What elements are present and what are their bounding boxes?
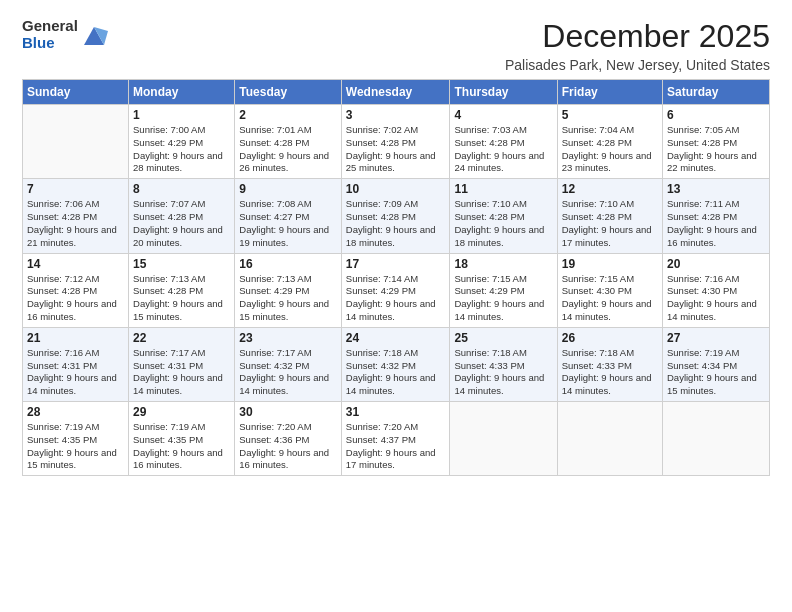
table-row: 20 Sunrise: 7:16 AMSunset: 4:30 PMDaylig… <box>663 253 770 327</box>
table-row: 18 Sunrise: 7:15 AMSunset: 4:29 PMDaylig… <box>450 253 557 327</box>
table-row: 25 Sunrise: 7:18 AMSunset: 4:33 PMDaylig… <box>450 327 557 401</box>
calendar-week-row: 14 Sunrise: 7:12 AMSunset: 4:28 PMDaylig… <box>23 253 770 327</box>
table-row <box>23 105 129 179</box>
day-number: 21 <box>27 331 124 345</box>
day-info: Sunrise: 7:10 AMSunset: 4:28 PMDaylight:… <box>562 198 658 249</box>
logo: General Blue <box>22 18 108 51</box>
day-info: Sunrise: 7:17 AMSunset: 4:31 PMDaylight:… <box>133 347 230 398</box>
day-number: 19 <box>562 257 658 271</box>
logo-general: General <box>22 18 78 35</box>
day-info: Sunrise: 7:17 AMSunset: 4:32 PMDaylight:… <box>239 347 337 398</box>
day-number: 16 <box>239 257 337 271</box>
day-info: Sunrise: 7:19 AMSunset: 4:35 PMDaylight:… <box>27 421 124 472</box>
header: General Blue December 2025 Palisades Par… <box>22 18 770 73</box>
col-thursday: Thursday <box>450 80 557 105</box>
page: General Blue December 2025 Palisades Par… <box>0 0 792 612</box>
day-number: 18 <box>454 257 552 271</box>
day-number: 20 <box>667 257 765 271</box>
day-info: Sunrise: 7:19 AMSunset: 4:34 PMDaylight:… <box>667 347 765 398</box>
day-number: 9 <box>239 182 337 196</box>
day-info: Sunrise: 7:20 AMSunset: 4:36 PMDaylight:… <box>239 421 337 472</box>
day-number: 29 <box>133 405 230 419</box>
day-number: 25 <box>454 331 552 345</box>
table-row: 19 Sunrise: 7:15 AMSunset: 4:30 PMDaylig… <box>557 253 662 327</box>
table-row <box>663 402 770 476</box>
col-saturday: Saturday <box>663 80 770 105</box>
day-number: 22 <box>133 331 230 345</box>
day-info: Sunrise: 7:05 AMSunset: 4:28 PMDaylight:… <box>667 124 765 175</box>
day-info: Sunrise: 7:10 AMSunset: 4:28 PMDaylight:… <box>454 198 552 249</box>
table-row: 15 Sunrise: 7:13 AMSunset: 4:28 PMDaylig… <box>129 253 235 327</box>
day-info: Sunrise: 7:04 AMSunset: 4:28 PMDaylight:… <box>562 124 658 175</box>
logo-blue: Blue <box>22 35 78 52</box>
table-row: 2 Sunrise: 7:01 AMSunset: 4:28 PMDayligh… <box>235 105 342 179</box>
table-row: 26 Sunrise: 7:18 AMSunset: 4:33 PMDaylig… <box>557 327 662 401</box>
table-row: 5 Sunrise: 7:04 AMSunset: 4:28 PMDayligh… <box>557 105 662 179</box>
day-info: Sunrise: 7:20 AMSunset: 4:37 PMDaylight:… <box>346 421 446 472</box>
day-number: 24 <box>346 331 446 345</box>
month-title: December 2025 <box>505 18 770 55</box>
day-info: Sunrise: 7:16 AMSunset: 4:30 PMDaylight:… <box>667 273 765 324</box>
table-row <box>557 402 662 476</box>
day-info: Sunrise: 7:18 AMSunset: 4:33 PMDaylight:… <box>562 347 658 398</box>
table-row: 22 Sunrise: 7:17 AMSunset: 4:31 PMDaylig… <box>129 327 235 401</box>
day-number: 5 <box>562 108 658 122</box>
table-row: 31 Sunrise: 7:20 AMSunset: 4:37 PMDaylig… <box>341 402 450 476</box>
logo-text: General Blue <box>22 18 78 51</box>
col-wednesday: Wednesday <box>341 80 450 105</box>
day-number: 26 <box>562 331 658 345</box>
day-info: Sunrise: 7:15 AMSunset: 4:30 PMDaylight:… <box>562 273 658 324</box>
table-row: 10 Sunrise: 7:09 AMSunset: 4:28 PMDaylig… <box>341 179 450 253</box>
logo-icon <box>80 21 108 49</box>
day-info: Sunrise: 7:13 AMSunset: 4:29 PMDaylight:… <box>239 273 337 324</box>
day-number: 17 <box>346 257 446 271</box>
calendar: Sunday Monday Tuesday Wednesday Thursday… <box>22 79 770 476</box>
table-row: 12 Sunrise: 7:10 AMSunset: 4:28 PMDaylig… <box>557 179 662 253</box>
day-number: 1 <box>133 108 230 122</box>
day-number: 7 <box>27 182 124 196</box>
table-row: 23 Sunrise: 7:17 AMSunset: 4:32 PMDaylig… <box>235 327 342 401</box>
table-row: 17 Sunrise: 7:14 AMSunset: 4:29 PMDaylig… <box>341 253 450 327</box>
day-number: 15 <box>133 257 230 271</box>
day-info: Sunrise: 7:08 AMSunset: 4:27 PMDaylight:… <box>239 198 337 249</box>
day-number: 14 <box>27 257 124 271</box>
table-row: 4 Sunrise: 7:03 AMSunset: 4:28 PMDayligh… <box>450 105 557 179</box>
table-row: 1 Sunrise: 7:00 AMSunset: 4:29 PMDayligh… <box>129 105 235 179</box>
table-row: 29 Sunrise: 7:19 AMSunset: 4:35 PMDaylig… <box>129 402 235 476</box>
table-row: 27 Sunrise: 7:19 AMSunset: 4:34 PMDaylig… <box>663 327 770 401</box>
table-row: 9 Sunrise: 7:08 AMSunset: 4:27 PMDayligh… <box>235 179 342 253</box>
day-info: Sunrise: 7:18 AMSunset: 4:32 PMDaylight:… <box>346 347 446 398</box>
table-row: 21 Sunrise: 7:16 AMSunset: 4:31 PMDaylig… <box>23 327 129 401</box>
calendar-week-row: 7 Sunrise: 7:06 AMSunset: 4:28 PMDayligh… <box>23 179 770 253</box>
day-number: 27 <box>667 331 765 345</box>
day-info: Sunrise: 7:00 AMSunset: 4:29 PMDaylight:… <box>133 124 230 175</box>
day-number: 31 <box>346 405 446 419</box>
day-info: Sunrise: 7:03 AMSunset: 4:28 PMDaylight:… <box>454 124 552 175</box>
table-row: 13 Sunrise: 7:11 AMSunset: 4:28 PMDaylig… <box>663 179 770 253</box>
table-row: 28 Sunrise: 7:19 AMSunset: 4:35 PMDaylig… <box>23 402 129 476</box>
day-info: Sunrise: 7:18 AMSunset: 4:33 PMDaylight:… <box>454 347 552 398</box>
table-row: 11 Sunrise: 7:10 AMSunset: 4:28 PMDaylig… <box>450 179 557 253</box>
table-row: 7 Sunrise: 7:06 AMSunset: 4:28 PMDayligh… <box>23 179 129 253</box>
day-info: Sunrise: 7:07 AMSunset: 4:28 PMDaylight:… <box>133 198 230 249</box>
col-monday: Monday <box>129 80 235 105</box>
calendar-week-row: 1 Sunrise: 7:00 AMSunset: 4:29 PMDayligh… <box>23 105 770 179</box>
day-number: 12 <box>562 182 658 196</box>
table-row: 8 Sunrise: 7:07 AMSunset: 4:28 PMDayligh… <box>129 179 235 253</box>
calendar-week-row: 28 Sunrise: 7:19 AMSunset: 4:35 PMDaylig… <box>23 402 770 476</box>
table-row: 3 Sunrise: 7:02 AMSunset: 4:28 PMDayligh… <box>341 105 450 179</box>
day-info: Sunrise: 7:16 AMSunset: 4:31 PMDaylight:… <box>27 347 124 398</box>
day-info: Sunrise: 7:19 AMSunset: 4:35 PMDaylight:… <box>133 421 230 472</box>
table-row: 14 Sunrise: 7:12 AMSunset: 4:28 PMDaylig… <box>23 253 129 327</box>
table-row: 16 Sunrise: 7:13 AMSunset: 4:29 PMDaylig… <box>235 253 342 327</box>
col-friday: Friday <box>557 80 662 105</box>
day-number: 10 <box>346 182 446 196</box>
col-sunday: Sunday <box>23 80 129 105</box>
day-number: 30 <box>239 405 337 419</box>
location: Palisades Park, New Jersey, United State… <box>505 57 770 73</box>
day-info: Sunrise: 7:15 AMSunset: 4:29 PMDaylight:… <box>454 273 552 324</box>
day-info: Sunrise: 7:12 AMSunset: 4:28 PMDaylight:… <box>27 273 124 324</box>
title-block: December 2025 Palisades Park, New Jersey… <box>505 18 770 73</box>
day-info: Sunrise: 7:02 AMSunset: 4:28 PMDaylight:… <box>346 124 446 175</box>
day-info: Sunrise: 7:14 AMSunset: 4:29 PMDaylight:… <box>346 273 446 324</box>
